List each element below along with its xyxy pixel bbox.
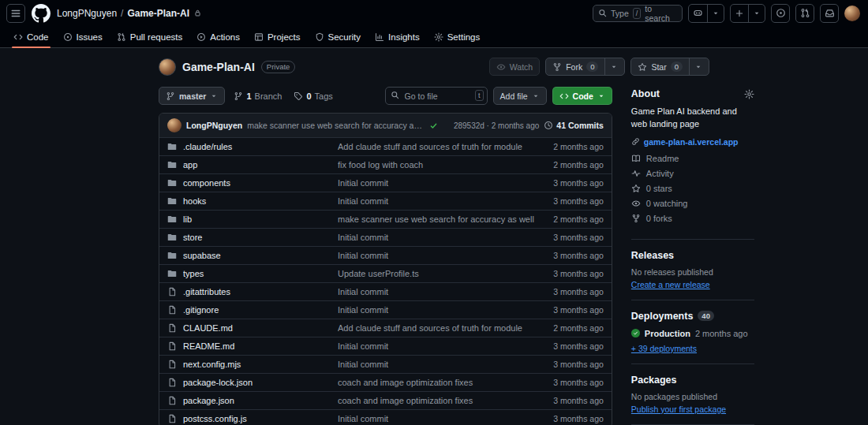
stars-link[interactable]: 0 stars xyxy=(631,184,754,193)
file-commit-message[interactable]: Initial commit xyxy=(338,360,534,369)
tab-pull-requests[interactable]: Pull requests xyxy=(110,26,189,47)
file-commit-message[interactable]: Initial commit xyxy=(338,414,534,423)
file-commit-message[interactable]: Initial commit xyxy=(338,196,534,206)
file-name[interactable]: types xyxy=(183,269,331,278)
global-search-input[interactable]: Type / to search xyxy=(593,5,683,22)
commit-meta[interactable]: 289532d · 2 months ago xyxy=(454,121,539,130)
file-name[interactable]: app xyxy=(183,160,331,170)
deployment-item[interactable]: Production 2 months ago xyxy=(631,329,754,338)
gear-icon[interactable] xyxy=(744,89,754,99)
homepage-link[interactable]: game-plan-ai.vercel.app xyxy=(631,137,754,147)
github-logo[interactable] xyxy=(32,4,51,23)
pull-requests-icon-button[interactable] xyxy=(795,4,814,23)
file-row[interactable]: supabaseInitial commit3 months ago xyxy=(159,246,612,264)
file-name[interactable]: CLAUDE.md xyxy=(183,323,331,333)
file-row[interactable]: .gitignoreInitial commit3 months ago xyxy=(159,300,612,319)
star-button[interactable]: Star 0 xyxy=(630,58,709,76)
git-branch-icon xyxy=(234,91,243,101)
file-name[interactable]: .gitattributes xyxy=(183,287,331,296)
tab-insights[interactable]: Insights xyxy=(368,26,427,47)
go-to-file-input[interactable] xyxy=(385,87,488,105)
file-commit-message[interactable]: Initial commit xyxy=(338,341,534,351)
readme-link[interactable]: Readme xyxy=(631,154,754,163)
chevron-down-icon[interactable] xyxy=(707,5,724,22)
breadcrumb-owner[interactable]: LongPNguyen xyxy=(57,8,117,19)
branches-link[interactable]: 1 Branch xyxy=(230,91,285,101)
file-commit-message[interactable]: Initial commit xyxy=(338,178,534,188)
commit-author[interactable]: LongPNguyen xyxy=(186,121,242,130)
activity-link[interactable]: Activity xyxy=(631,169,754,178)
copilot-button[interactable] xyxy=(688,4,724,23)
file-name[interactable]: store xyxy=(183,233,331,242)
file-name[interactable]: next.config.mjs xyxy=(183,360,331,369)
more-deployments-link[interactable]: + 39 deployments xyxy=(631,344,697,353)
file-row[interactable]: package-lock.jsoncoach and image optimiz… xyxy=(159,373,612,391)
file-commit-message[interactable]: Add claude stuff and sources of truth fo… xyxy=(338,142,534,151)
forks-link[interactable]: 0 forks xyxy=(631,214,754,223)
watch-button[interactable]: Watch xyxy=(489,58,540,76)
file-commit-message[interactable]: Initial commit xyxy=(338,251,534,260)
file-name[interactable]: postcss.config.js xyxy=(183,414,331,423)
check-icon[interactable] xyxy=(429,121,438,130)
deployment-env[interactable]: Production xyxy=(645,329,690,338)
file-name[interactable]: .gitignore xyxy=(183,305,331,315)
file-name[interactable]: lib xyxy=(183,214,331,224)
file-name[interactable]: package-lock.json xyxy=(183,378,331,387)
file-name[interactable]: hooks xyxy=(183,196,331,206)
add-file-button[interactable]: Add file xyxy=(493,87,547,105)
file-row[interactable]: typesUpdate userProfile.ts3 months ago xyxy=(159,264,612,282)
breadcrumb-repo[interactable]: Game-Plan-AI xyxy=(127,8,189,19)
file-commit-message[interactable]: Update userProfile.ts xyxy=(338,269,534,278)
file-row[interactable]: next.config.mjsInitial commit3 months ag… xyxy=(159,355,612,373)
file-row[interactable]: .claude/rulesAdd claude stuff and source… xyxy=(159,137,612,155)
tab-actions[interactable]: Actions xyxy=(189,26,247,47)
tab-code[interactable]: Code xyxy=(6,26,56,47)
file-commit-message[interactable]: Initial commit xyxy=(338,287,534,296)
file-row[interactable]: storeInitial commit3 months ago xyxy=(159,228,612,246)
commit-author-avatar[interactable] xyxy=(167,118,181,132)
file-name[interactable]: .claude/rules xyxy=(183,142,331,151)
branch-selector-button[interactable]: master xyxy=(159,87,225,105)
file-commit-message[interactable]: Initial commit xyxy=(338,305,534,315)
create-new-button[interactable] xyxy=(730,4,765,23)
user-avatar[interactable] xyxy=(844,6,860,21)
file-row[interactable]: package.jsoncoach and image optimization… xyxy=(159,391,612,409)
file-commit-message[interactable]: Add claude stuff and sources of truth fo… xyxy=(338,323,534,333)
tab-security[interactable]: Security xyxy=(308,26,369,47)
file-commit-message[interactable]: coach and image optimization fixes xyxy=(338,396,534,405)
tags-link[interactable]: 0 Tags xyxy=(290,91,335,101)
tab-projects[interactable]: Projects xyxy=(247,26,308,47)
file-row[interactable]: appfix food log with coach2 months ago xyxy=(159,155,612,173)
publish-package-link[interactable]: Publish your first package xyxy=(631,404,726,414)
inbox-icon-button[interactable] xyxy=(820,4,839,23)
file-commit-message[interactable]: fix food log with coach xyxy=(338,160,534,170)
file-name[interactable]: components xyxy=(183,178,331,188)
commit-history-link[interactable]: 41 Commits xyxy=(544,121,604,130)
repo-title[interactable]: Game-Plan-AI xyxy=(182,61,255,73)
tab-settings[interactable]: Settings xyxy=(427,26,488,47)
file-commit-message[interactable]: make scanner use web search for accuracy… xyxy=(338,214,534,224)
fork-button[interactable]: Fork 0 xyxy=(545,58,625,76)
commit-message[interactable]: make scanner use web search for accuracy… xyxy=(247,121,425,130)
chevron-down-icon[interactable] xyxy=(689,58,702,75)
file-commit-message[interactable]: coach and image optimization fixes xyxy=(338,378,534,387)
file-name[interactable]: supabase xyxy=(183,251,331,260)
file-commit-message[interactable]: Initial commit xyxy=(338,233,534,242)
file-row[interactable]: CLAUDE.mdAdd claude stuff and sources of… xyxy=(159,319,612,337)
code-button[interactable]: Code xyxy=(552,87,612,105)
file-row[interactable]: .gitattributesInitial commit3 months ago xyxy=(159,282,612,300)
file-name[interactable]: package.json xyxy=(183,396,331,405)
file-row[interactable]: README.mdInitial commit3 months ago xyxy=(159,337,612,355)
watching-link[interactable]: 0 watching xyxy=(631,199,754,208)
file-name[interactable]: README.md xyxy=(183,341,331,351)
file-row[interactable]: postcss.config.jsInitial commit3 months … xyxy=(159,409,612,425)
repo-owner-avatar[interactable] xyxy=(159,58,176,76)
file-row[interactable]: hooksInitial commit3 months ago xyxy=(159,192,612,210)
tab-issues[interactable]: Issues xyxy=(56,26,110,47)
chevron-down-icon[interactable] xyxy=(604,58,618,75)
file-row[interactable]: libmake scanner use web search for accur… xyxy=(159,210,612,228)
issues-icon-button[interactable] xyxy=(771,4,790,23)
hamburger-menu-button[interactable] xyxy=(6,4,25,23)
file-row[interactable]: componentsInitial commit3 months ago xyxy=(159,173,612,192)
create-release-link[interactable]: Create a new release xyxy=(631,280,710,289)
